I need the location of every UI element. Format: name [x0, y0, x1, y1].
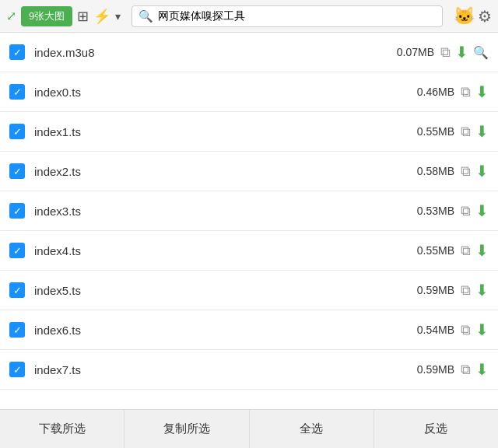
copy-icon[interactable]: ⧉: [461, 243, 471, 259]
expand-icon[interactable]: ⤢: [6, 9, 16, 23]
grid-icon[interactable]: ⊞: [77, 8, 89, 25]
file-name: index4.ts: [34, 244, 400, 257]
action-icons: ⧉⬇: [461, 281, 489, 299]
download-icon[interactable]: ⬇: [475, 320, 489, 339]
download-icon[interactable]: ⬇: [475, 360, 489, 379]
download-icon[interactable]: ⬇: [475, 162, 489, 180]
search-bar[interactable]: 🔍: [132, 5, 443, 27]
action-icons: ⧉⬇: [461, 82, 489, 101]
search-icon: 🔍: [139, 9, 153, 23]
file-checkbox[interactable]: ✓: [9, 322, 25, 338]
file-size: 0.55MB: [400, 244, 454, 257]
download-icon[interactable]: ⬇: [475, 201, 489, 220]
file-name: index7.ts: [34, 363, 400, 376]
file-checkbox[interactable]: ✓: [9, 243, 25, 258]
file-name: index0.ts: [34, 86, 400, 99]
file-size: 0.59MB: [400, 363, 454, 376]
download-icon[interactable]: ⬇: [475, 122, 489, 141]
lightning-icon[interactable]: ⚡: [93, 8, 110, 25]
copy-icon[interactable]: ⧉: [461, 322, 471, 338]
action-icons: ⧉⬇: [461, 241, 489, 260]
toolbar: ⤢ 9张大图 ⊞ ⚡ ▾ 🔍 🐱 ⚙: [0, 0, 498, 33]
action-icons: ⧉⬇: [461, 360, 489, 379]
copy-icon[interactable]: ⧉: [461, 362, 471, 378]
bottom-bar: 下载所选 复制所选 全选 反选: [0, 409, 498, 448]
copy-icon[interactable]: ⧉: [461, 282, 471, 299]
file-name: index6.ts: [34, 324, 400, 337]
file-name: index3.ts: [34, 205, 400, 218]
file-size: 0.53MB: [400, 205, 454, 217]
file-name: index1.ts: [34, 125, 400, 138]
table-row: ✓index1.ts0.55MB⧉⬇: [0, 112, 498, 152]
search-input[interactable]: [158, 10, 436, 23]
table-row: ✓index0.ts0.46MB⧉⬇: [0, 72, 498, 112]
file-name: index.m3u8: [34, 46, 380, 59]
cat-icon[interactable]: 🐱: [454, 6, 475, 26]
photos-count-label: 9张大图: [29, 9, 65, 23]
action-icons: ⧉⬇: [461, 122, 489, 141]
copy-icon[interactable]: ⧉: [461, 84, 471, 100]
download-icon[interactable]: ⬇: [475, 82, 489, 101]
file-size: 0.58MB: [400, 165, 454, 177]
copy-icon[interactable]: ⧉: [440, 44, 451, 61]
file-size: 0.07MB: [380, 46, 434, 58]
copy-icon[interactable]: ⧉: [461, 163, 471, 180]
toolbar-left: ⤢ 9张大图 ⊞ ⚡ ▾: [6, 6, 121, 26]
download-selected-button[interactable]: 下载所选: [0, 410, 124, 448]
copy-icon[interactable]: ⧉: [461, 124, 471, 140]
file-checkbox[interactable]: ✓: [9, 362, 25, 377]
download-icon[interactable]: ⬇: [475, 241, 489, 260]
table-row: ✓index2.ts0.58MB⧉⬇: [0, 152, 498, 191]
table-row: ✓index3.ts0.53MB⧉⬇: [0, 191, 498, 231]
settings-icon[interactable]: ⚙: [478, 7, 492, 26]
copy-icon[interactable]: ⧉: [461, 203, 471, 219]
action-icons: ⧉⬇: [461, 201, 489, 220]
file-checkbox[interactable]: ✓: [9, 124, 25, 139]
toolbar-right: 🐱 ⚙: [454, 6, 492, 26]
download-icon[interactable]: ⬇: [475, 281, 489, 299]
file-checkbox[interactable]: ✓: [9, 282, 25, 298]
file-size: 0.59MB: [400, 284, 454, 296]
photos-count-button[interactable]: 9张大图: [21, 6, 72, 26]
copy-selected-button[interactable]: 复制所选: [124, 410, 249, 448]
file-checkbox[interactable]: ✓: [9, 203, 25, 219]
table-row: ✓index7.ts0.59MB⧉⬇: [0, 350, 498, 390]
action-icons: ⧉⬇🔍: [440, 43, 489, 61]
action-icons: ⧉⬇: [461, 320, 489, 339]
file-list: ✓index.m3u80.07MB⧉⬇🔍✓index0.ts0.46MB⧉⬇✓i…: [0, 33, 498, 409]
file-name: index5.ts: [34, 284, 400, 297]
file-checkbox[interactable]: ✓: [9, 44, 25, 60]
deselect-button[interactable]: 反选: [374, 410, 498, 448]
file-checkbox[interactable]: ✓: [9, 163, 25, 179]
chevron-down-icon[interactable]: ▾: [115, 10, 121, 23]
table-row: ✓index.m3u80.07MB⧉⬇🔍: [0, 33, 498, 72]
file-checkbox[interactable]: ✓: [9, 84, 25, 100]
search-row-icon[interactable]: 🔍: [473, 45, 489, 60]
file-size: 0.55MB: [400, 125, 454, 138]
file-name: index2.ts: [34, 165, 400, 178]
download-icon[interactable]: ⬇: [455, 43, 468, 61]
file-size: 0.54MB: [400, 324, 454, 336]
table-row: ✓index5.ts0.59MB⧉⬇: [0, 271, 498, 310]
table-row: ✓index6.ts0.54MB⧉⬇: [0, 310, 498, 350]
action-icons: ⧉⬇: [461, 162, 489, 180]
table-row: ✓index4.ts0.55MB⧉⬇: [0, 231, 498, 271]
file-size: 0.46MB: [400, 86, 454, 98]
select-all-button[interactable]: 全选: [250, 410, 374, 448]
